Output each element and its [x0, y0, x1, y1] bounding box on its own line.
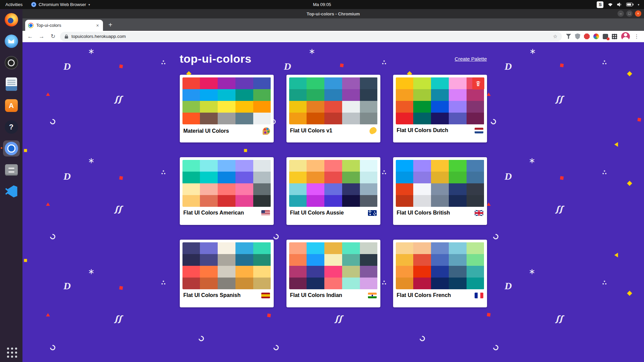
app-menu[interactable]: Chromium Web Browser ▾ — [28, 2, 93, 7]
color-swatch — [182, 183, 200, 195]
color-swatch — [431, 172, 449, 183]
decoration-swirl — [49, 118, 57, 126]
minimize-button[interactable]: – — [618, 10, 624, 17]
dock-item-libreoffice-writer[interactable] — [3, 76, 20, 92]
palette-card[interactable]: Flat UI Colors Indian — [286, 240, 380, 307]
system-tray[interactable]: S ▾ — [597, 1, 644, 8]
decoration-sqred — [119, 64, 123, 68]
back-button[interactable]: ← — [26, 32, 35, 41]
color-swatch — [449, 266, 467, 278]
adblock-extension-icon[interactable] — [584, 34, 590, 39]
help-icon — [5, 120, 18, 134]
decoration-diamond — [627, 71, 632, 76]
dock-item-ubuntu-software[interactable] — [3, 98, 20, 114]
color-swatch — [200, 195, 218, 207]
bookmark-star-icon[interactable]: ☆ — [553, 34, 557, 40]
color-swatch — [289, 172, 307, 183]
show-applications-button[interactable] — [3, 344, 20, 360]
palette-title: Flat UI Colors British — [397, 210, 450, 216]
screen: Activities Chromium Web Browser ▾ Ma 09:… — [0, 0, 644, 362]
dock-item-camera[interactable] — [3, 55, 20, 71]
palette-title: Flat UI Colors Spanish — [183, 292, 241, 298]
dock-item-files[interactable] — [3, 162, 20, 178]
maximize-button[interactable]: □ — [626, 10, 633, 17]
color-swatch — [218, 160, 235, 172]
color-swatch — [467, 266, 484, 278]
flag-es-icon — [261, 293, 270, 298]
palette-grid: Material UI ColorsFlat UI Colors v1Flat … — [180, 75, 487, 307]
close-button[interactable]: × — [635, 10, 641, 17]
color-swatch — [431, 254, 449, 266]
decoration-swirl — [492, 233, 500, 241]
delete-palette-button[interactable] — [472, 77, 484, 89]
color-swatch — [307, 278, 324, 289]
decoration-dots: ∴ — [602, 59, 606, 66]
color-swatch — [307, 101, 324, 113]
decoration-sqyellow — [24, 259, 27, 262]
color-swatch — [200, 101, 218, 113]
dock-item-vscode[interactable] — [3, 183, 20, 199]
reload-button[interactable]: ↻ — [49, 32, 57, 41]
palette-card[interactable]: Flat UI Colors French — [393, 240, 487, 307]
keyboard-indicator[interactable]: S — [597, 1, 603, 8]
color-swatch — [342, 160, 360, 172]
color-swatch — [431, 242, 449, 254]
color-swatch — [467, 160, 484, 172]
palette-card[interactable]: Flat UI Colors Spanish — [180, 240, 274, 307]
palette-card[interactable]: Flat UI Colors Dutch — [393, 75, 487, 142]
palette-card[interactable]: Flat UI Colors American — [180, 157, 274, 225]
color-swatch — [396, 160, 414, 172]
color-swatch — [360, 183, 378, 195]
tab-close-icon[interactable]: × — [95, 22, 100, 28]
address-bar[interactable]: topuicolors.herokuapp.com ☆ — [60, 32, 562, 41]
forward-button[interactable]: → — [37, 32, 46, 41]
color-swatch — [235, 77, 253, 89]
color-swatch — [413, 89, 431, 101]
color-swatch — [431, 113, 449, 124]
dock-item-chromium[interactable] — [3, 140, 20, 157]
decoration-trired — [487, 202, 491, 206]
activities-button[interactable]: Activities — [0, 2, 28, 7]
counter-extension-icon[interactable] — [603, 34, 608, 39]
filter-extension-icon[interactable] — [566, 34, 571, 39]
decoration-trired — [487, 93, 491, 96]
palette-title: Material UI Colors — [183, 128, 229, 134]
color-swatch — [200, 254, 218, 266]
page-header: top-ui-colors Create Palette — [180, 52, 487, 65]
new-tab-button[interactable]: + — [106, 20, 115, 29]
palette-card-footer: Flat UI Colors Aussie — [289, 207, 378, 216]
color-swatch — [182, 101, 200, 113]
palette-card[interactable]: Material UI Colors — [180, 75, 274, 142]
browser-menu-icon[interactable]: ⋮ — [633, 33, 641, 40]
colorwheel-extension-icon[interactable] — [593, 34, 599, 39]
palette-card[interactable]: Flat UI Colors British — [393, 157, 487, 225]
palette-card[interactable]: Flat UI Colors v1 — [286, 75, 380, 142]
color-swatch — [307, 195, 324, 207]
chevron-down-icon: ▾ — [638, 3, 639, 6]
color-swatch — [342, 113, 360, 124]
palette-title: Flat UI Colors American — [183, 210, 244, 216]
color-swatch — [449, 89, 467, 101]
url-text[interactable]: topuicolors.herokuapp.com — [71, 34, 126, 39]
color-swatch — [413, 183, 431, 195]
color-swatch — [360, 89, 378, 101]
color-swatch — [396, 254, 414, 266]
palette-card-footer: Flat UI Colors v1 — [289, 124, 378, 134]
profile-avatar[interactable] — [621, 32, 630, 41]
create-palette-link[interactable]: Create Palette — [455, 56, 487, 62]
dock-item-thunderbird[interactable] — [3, 33, 20, 49]
palette-card[interactable]: Flat UI Colors Aussie — [286, 157, 380, 225]
palette-color-grid — [182, 160, 271, 207]
palette-card-footer: Flat UI Colors Dutch — [396, 124, 484, 133]
decoration-dots: ∴ — [161, 169, 165, 176]
grid-extension-icon[interactable] — [612, 34, 617, 39]
dock-item-firefox[interactable] — [3, 12, 20, 28]
color-swatch — [467, 278, 484, 289]
shield-extension-icon[interactable] — [575, 34, 580, 40]
dock-item-help[interactable] — [3, 119, 20, 135]
palette-card-footer: Flat UI Colors Spanish — [182, 289, 271, 298]
decoration-swirl — [198, 335, 205, 343]
browser-tab[interactable]: Top-ui-colors × — [25, 20, 103, 31]
window-title-bar[interactable]: Top-ui-colors - Chromium – □ × — [22, 9, 644, 18]
clock[interactable]: Ma 09:05 — [0, 2, 644, 7]
